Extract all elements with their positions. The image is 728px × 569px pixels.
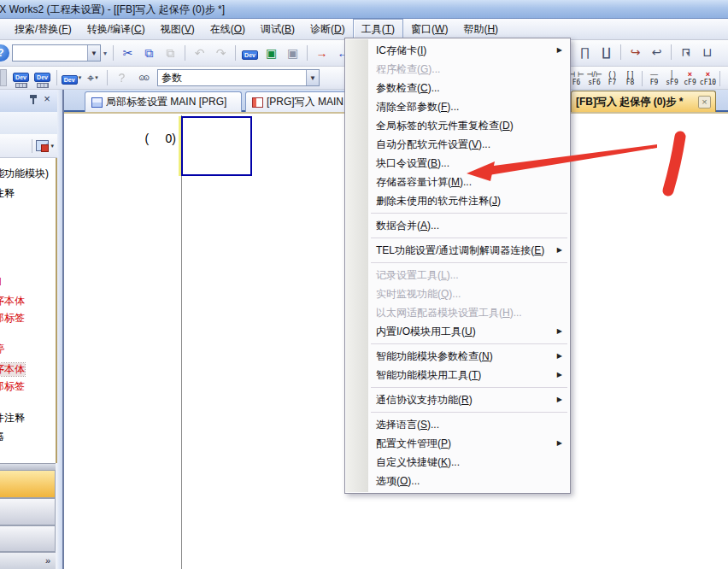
tools-menu-item[interactable]: 自动分配软元件设置(V)...: [345, 135, 570, 154]
chevron-down-icon[interactable]: ▼: [87, 45, 100, 61]
menu-separator: [371, 387, 567, 388]
tools-menu-item[interactable]: 配置文件管理(P)▶: [345, 434, 570, 453]
tree-item[interactable]: 能功能模块): [0, 167, 49, 180]
close-icon[interactable]: ×: [698, 96, 711, 109]
tools-menu-item[interactable]: 块口令设置(B)...: [345, 154, 570, 173]
ladder-edit-toolbar-right: ∏∐↪↩⊓⊔: [574, 43, 718, 62]
stack-button-2[interactable]: [0, 498, 56, 525]
tools-menu-item[interactable]: 智能功能模块参数检查(N)▶: [345, 347, 570, 366]
find-binoculars-icon[interactable]: ⊙⊙: [132, 68, 154, 87]
close-icon[interactable]: ×: [41, 92, 53, 106]
menu-item-label: 以太网适配器模块设置工具(H)...: [376, 307, 522, 319]
tree-item[interactable]: N: [0, 276, 2, 289]
tools-menu-item[interactable]: 删除未使用的软元件注释(J): [345, 191, 570, 210]
tools-menu-item[interactable]: 选项(O)...: [345, 472, 570, 490]
menubar-item[interactable]: 转换/编译(C): [79, 20, 153, 39]
program-combobox[interactable]: ▼: [12, 44, 101, 62]
tools-menu-item[interactable]: 自定义快捷键(K)...: [345, 453, 570, 472]
toolbar-separator: [642, 71, 643, 86]
menu-item-label: 智能功能模块参数检查(N): [376, 350, 493, 362]
tools-menu-item[interactable]: 存储器容量计算(M)...: [345, 173, 570, 191]
delete-v-line-button[interactable]: ×cF10: [699, 70, 717, 86]
tools-menu-item[interactable]: 选择语言(S)...: [345, 415, 570, 434]
tree-item[interactable]: 序本体: [0, 363, 25, 376]
window-find-icon[interactable]: ▣: [282, 44, 303, 62]
delete-h-line-button[interactable]: ×cF9: [681, 70, 699, 86]
tree-item[interactable]: 器: [0, 431, 4, 443]
pin-icon[interactable]: [29, 94, 38, 105]
tab-local-label-main[interactable]: 局部标签设置 MAIN [PRG]: [85, 91, 242, 112]
device-find-icon[interactable]: Dev: [239, 44, 261, 62]
tools-menu-item[interactable]: 清除全部参数(F)...: [345, 97, 570, 116]
menubar-item[interactable]: 视图(V): [153, 20, 203, 39]
device-search-icon[interactable]: ⌖▾: [82, 68, 103, 87]
horizontal-line-button[interactable]: —F9: [645, 70, 663, 86]
tools-menu-item[interactable]: 全局标签的软元件重复检查(D): [345, 116, 570, 135]
tools-menu-item[interactable]: 数据合并(A)...: [345, 216, 570, 235]
tab-prg-write-main[interactable]: [PRG]写入 MAIN: [245, 91, 350, 112]
device-display-icon[interactable]: Dev▾: [61, 68, 82, 87]
tools-menu-item[interactable]: TEL功能设置/通过调制解调器连接(E)▶: [345, 241, 570, 260]
menubar-item[interactable]: 诊断(D): [302, 20, 353, 39]
toolbar-separator: [671, 44, 672, 60]
tools-menu-item: 记录设置工具(L)...: [345, 266, 570, 284]
menu-item-label: 清除全部参数(F)...: [376, 101, 459, 113]
jump-write-icon[interactable]: ↪: [625, 43, 646, 62]
vertical-line-button[interactable]: │sF9: [663, 70, 681, 86]
toolbar-overflow-icon[interactable]: ▾: [103, 50, 107, 57]
stack-resize-handle[interactable]: [0, 463, 56, 470]
view-mode-icon[interactable]: [36, 140, 49, 151]
tools-menu-item[interactable]: 通信协议支持功能(R)▶: [345, 390, 570, 409]
tools-menu-item: 以太网适配器模块设置工具(H)...: [345, 303, 570, 322]
menubar-item[interactable]: 工具(T): [353, 19, 403, 39]
stack-button-project[interactable]: [0, 470, 56, 498]
chevron-down-icon[interactable]: ▾: [95, 74, 98, 81]
cut-icon[interactable]: ✂: [117, 44, 138, 62]
tree-item[interactable]: 停: [0, 343, 4, 355]
tools-menu-item[interactable]: 参数检查(C)...: [345, 79, 570, 97]
window-title: GX Works2 (工程未设置) - [[FB]写入 起保停 (0)步 *]: [0, 3, 225, 17]
clipped-icon: [0, 69, 7, 86]
find-combobox-value: 参数: [158, 71, 306, 85]
stack-button-3[interactable]: [0, 525, 56, 552]
tab-fb-write[interactable]: [FB]写入 起保停 (0)步 * ×: [571, 91, 716, 112]
device-comment-icon[interactable]: Dev: [10, 68, 32, 87]
chevron-down-icon[interactable]: ▾: [50, 143, 54, 150]
coil-button[interactable]: ( )F7: [603, 70, 621, 86]
application-instruction-button[interactable]: [ ]F8: [621, 70, 639, 86]
tools-menu-item[interactable]: 智能功能模块用工具(T)▶: [345, 366, 570, 384]
menubar-item[interactable]: 在线(O): [203, 20, 253, 39]
menubar-item[interactable]: 调试(B): [253, 20, 302, 39]
tree-item[interactable]: 件注释: [0, 412, 25, 425]
inline-st-down-icon[interactable]: ⊔: [696, 43, 718, 62]
ladder-cursor-cell[interactable]: [181, 116, 252, 176]
menu-item-label: 选择语言(S)...: [376, 419, 439, 431]
monitor-find-icon[interactable]: ▣: [261, 44, 282, 62]
chevron-down-icon[interactable]: ▾: [79, 74, 82, 81]
write-to-plc-icon[interactable]: →: [311, 44, 332, 62]
stack-overflow-button[interactable]: »: [0, 552, 56, 569]
chevron-down-icon[interactable]: ▼: [306, 70, 319, 85]
local-label-icon: [91, 97, 103, 108]
tools-menu-item[interactable]: 内置I/O模块用工具(U)▶: [345, 322, 570, 341]
pulse-fall-icon[interactable]: ∐: [596, 43, 617, 62]
pulse-rise-icon[interactable]: ∏: [574, 43, 596, 62]
menu-item-label: 实时监视功能(Q)...: [376, 288, 461, 300]
device-tree-icon[interactable]: Dev: [32, 68, 53, 87]
menubar-item[interactable]: 窗口(W): [403, 20, 455, 39]
menubar-item[interactable]: 帮助(H): [455, 20, 506, 39]
tab-label: [PRG]写入 MAIN: [267, 95, 343, 109]
menubar-item[interactable]: 搜索/替换(F): [7, 20, 79, 39]
jump-read-icon[interactable]: ↩: [646, 43, 667, 62]
ladder-left-rail: [181, 115, 182, 569]
find-combobox[interactable]: 参数 ▼: [157, 69, 320, 86]
copy-icon[interactable]: ⧉: [138, 44, 160, 62]
inline-st-up-icon[interactable]: ⊓: [675, 43, 696, 62]
tree-item[interactable]: 注释: [0, 187, 15, 200]
tools-menu-item[interactable]: IC存储卡(I)▶: [345, 41, 570, 60]
close-contact-button[interactable]: ⊣/⊢sF6: [585, 70, 603, 86]
tree-item[interactable]: 部标签: [0, 380, 25, 393]
panel-splitter[interactable]: [57, 90, 64, 569]
tree-item[interactable]: 部标签: [0, 312, 25, 325]
tree-item[interactable]: 序本体: [0, 295, 25, 308]
